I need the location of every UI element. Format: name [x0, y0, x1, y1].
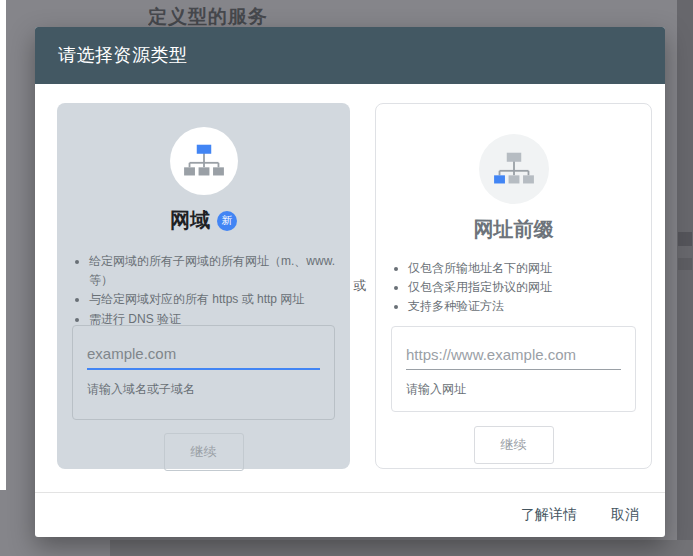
learn-more-link[interactable]: 了解详情 [521, 506, 577, 524]
url-prefix-bullet-list: 仅包含所输地址名下的网址 仅包含采用指定协议的网址 支持多种验证方法 [390, 259, 637, 317]
url-prefix-icon-circle [479, 134, 549, 204]
domain-bullet: 与给定网域对应的所有 https 或 http 网址 [89, 290, 336, 309]
background-page-edge [0, 0, 6, 490]
url-prefix-card-title: 网址前缀 [474, 216, 554, 243]
domain-input[interactable] [87, 341, 320, 370]
url-prefix-bullet: 支持多种验证方法 [408, 297, 637, 316]
url-prefix-continue-button[interactable]: 继续 [474, 426, 554, 464]
domain-property-card[interactable]: 网域 新 给定网域的所有子网域的所有网址（m.、www. 等） 与给定网域对应的… [57, 103, 350, 469]
background-bottom-band [110, 540, 693, 556]
background-right-remnant [678, 232, 692, 246]
domain-bullet: 给定网域的所有子网域的所有网址（m.、www. 等） [89, 252, 336, 290]
url-prefix-input-panel: 请输入网址 [391, 326, 636, 412]
or-divider-label: 或 [350, 277, 370, 295]
url-prefix-property-card[interactable]: 网址前缀 仅包含所输地址名下的网址 仅包含采用指定协议的网址 支持多种验证方法 … [375, 103, 652, 469]
domain-continue-button[interactable]: 继续 [164, 433, 244, 471]
domain-input-helper: 请输入域名或子域名 [87, 381, 320, 398]
url-prefix-bullet: 仅包含所输地址名下的网址 [408, 259, 637, 278]
url-prefix-card-header: 网址前缀 [376, 216, 651, 243]
domain-icon-circle [170, 127, 238, 195]
url-prefix-input-helper: 请输入网址 [406, 381, 621, 398]
select-property-type-dialog: 请选择资源类型 网域 新 给定网域的所有 [35, 27, 665, 537]
dialog-footer: 了解详情 取消 [35, 492, 665, 537]
sitemap-url-prefix-icon [492, 150, 536, 188]
domain-input-panel: 请输入域名或子域名 [72, 325, 335, 420]
background-right-panel [677, 0, 693, 556]
background-right-remnant [678, 258, 692, 270]
background-clipped-heading: 定义型的服务 [148, 4, 268, 27]
url-prefix-input[interactable] [406, 342, 621, 370]
url-prefix-bullet: 仅包含采用指定协议的网址 [408, 278, 637, 297]
sitemap-domain-icon [182, 142, 226, 180]
screen: 定义型的服务 请选择资源类型 网域 [0, 0, 693, 556]
new-badge: 新 [217, 211, 237, 231]
dialog-title: 请选择资源类型 [35, 27, 665, 84]
domain-card-title: 网域 [170, 207, 210, 234]
domain-bullet-list: 给定网域的所有子网域的所有网址（m.、www. 等） 与给定网域对应的所有 ht… [71, 252, 336, 329]
cancel-button[interactable]: 取消 [611, 506, 639, 524]
domain-card-header: 网域 新 [57, 207, 350, 234]
